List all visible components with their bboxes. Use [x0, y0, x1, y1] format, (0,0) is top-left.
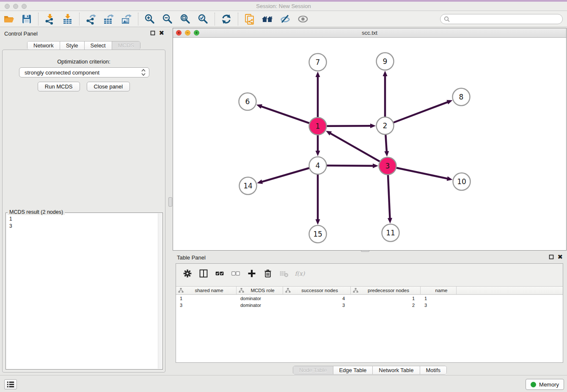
- edge-1-6[interactable]: [260, 106, 309, 124]
- zoom-out-icon[interactable]: [162, 13, 173, 25]
- vertical-splitter-handle[interactable]: [168, 197, 172, 207]
- optimization-criterion-label: Optimization criterion:: [3, 58, 165, 65]
- control-panel-header: Control Panel ✖: [0, 28, 168, 39]
- search-icon: [444, 16, 450, 22]
- float-panel-icon[interactable]: [150, 30, 155, 36]
- main-toolbar: [0, 11, 567, 27]
- network-from-file-icon[interactable]: [244, 13, 256, 25]
- mcds-result-box: MCDS result (2 nodes) 13: [6, 213, 163, 370]
- tab-mcds[interactable]: MCDS: [112, 41, 140, 50]
- attribute-tree-icon: [353, 288, 358, 293]
- toggle-columns-icon[interactable]: [198, 268, 209, 279]
- network-graph[interactable]: 1234678910111415: [173, 38, 566, 250]
- delete-table-icon: [278, 268, 289, 279]
- edge-arrowhead: [316, 151, 320, 156]
- memory-label: Memory: [539, 381, 559, 388]
- export-table-icon[interactable]: [103, 13, 115, 25]
- delete-rows-icon[interactable]: [262, 268, 273, 279]
- graph-node-label-6: 6: [245, 97, 250, 106]
- edge-4-3[interactable]: [326, 166, 374, 166]
- tab-network[interactable]: Network: [28, 41, 60, 50]
- table-tab-edge-table[interactable]: Edge Table: [333, 366, 373, 374]
- search-input[interactable]: [452, 15, 562, 23]
- network-window-titlebar: × − + scc.txt: [173, 28, 566, 38]
- memory-button[interactable]: Memory: [526, 379, 564, 390]
- toolbar-separator: [215, 13, 215, 25]
- titlebar-accent-strip: [0, 0, 567, 2]
- table-tab-motifs[interactable]: Motifs: [420, 366, 446, 374]
- edge-2-3[interactable]: [385, 134, 387, 152]
- add-row-icon[interactable]: [246, 268, 257, 279]
- column-header-successor-nodes[interactable]: successor nodes: [283, 287, 351, 294]
- cell-shared-name: 1: [176, 296, 237, 301]
- export-image-icon[interactable]: [121, 13, 132, 25]
- fit-content-icon[interactable]: [179, 13, 191, 25]
- import-network-icon[interactable]: [44, 13, 56, 25]
- export-network-icon[interactable]: [85, 13, 97, 25]
- criterion-select[interactable]: strongly connected component: [19, 67, 149, 77]
- list-icon: [6, 381, 15, 388]
- select-all-rows-icon[interactable]: [214, 268, 225, 279]
- home-view-icon[interactable]: [261, 13, 273, 25]
- table-settings-icon[interactable]: [182, 268, 193, 279]
- toolbar-separator: [238, 13, 238, 25]
- control-panel: Control Panel ✖ NetworkStyleSelectMCDS O…: [0, 28, 168, 374]
- edge-arrowhead: [256, 104, 262, 108]
- cell-shared-name: 3: [176, 303, 237, 308]
- cell-mcds-role: dominator: [237, 303, 283, 308]
- search-box[interactable]: [440, 14, 563, 24]
- edge-3-11[interactable]: [388, 174, 390, 219]
- column-header-shared-name[interactable]: shared name: [176, 287, 237, 294]
- column-header-name[interactable]: name: [421, 287, 457, 294]
- mcds-result-line: 1: [9, 215, 159, 223]
- table-panel: Table Panel ✖ f(x) shared nameMCDS roles…: [173, 252, 567, 375]
- application-window: Session: New Session Control Panel: [0, 0, 567, 392]
- close-panel-icon[interactable]: ✖: [159, 30, 164, 36]
- refresh-view-icon[interactable]: [220, 13, 232, 25]
- edge-arrowhead: [316, 72, 320, 77]
- column-header-mcds-role[interactable]: MCDS role: [237, 287, 283, 294]
- edge-3-10[interactable]: [396, 168, 449, 179]
- show-graphics-details-icon[interactable]: [297, 13, 309, 25]
- tab-select[interactable]: Select: [85, 41, 112, 50]
- hide-graphics-details-icon[interactable]: [279, 13, 291, 25]
- save-session-icon[interactable]: [21, 13, 33, 25]
- table-tab-node-table[interactable]: Node Table: [293, 366, 333, 374]
- edge-4-14[interactable]: [261, 168, 310, 182]
- control-panel-tabs: NetworkStyleSelectMCDS: [27, 41, 140, 50]
- zoom-in-icon[interactable]: [144, 13, 156, 25]
- edge-arrowhead: [446, 100, 452, 104]
- zoom-selected-icon[interactable]: [197, 13, 209, 25]
- edge-1-2[interactable]: [326, 126, 372, 126]
- toolbar-separator: [138, 13, 138, 25]
- network-canvas[interactable]: 1234678910111415: [173, 38, 566, 250]
- mcds-result-title: MCDS result (2 nodes): [8, 209, 65, 215]
- open-session-icon[interactable]: [3, 13, 15, 25]
- run-mcds-button[interactable]: Run MCDS: [38, 82, 80, 91]
- cell-name: 3: [421, 303, 457, 308]
- tab-style[interactable]: Style: [60, 41, 85, 50]
- float-table-panel-icon[interactable]: [549, 254, 554, 259]
- edge-2-8[interactable]: [393, 102, 449, 122]
- edge-arrowhead: [316, 219, 320, 225]
- edge-arrowhead: [257, 179, 263, 184]
- edge-arrowhead: [447, 176, 453, 181]
- status-bar: Memory: [0, 375, 567, 392]
- table-row[interactable]: 3dominator323: [176, 302, 563, 309]
- table-row[interactable]: 1dominator411: [176, 295, 563, 302]
- table-panel-header: Table Panel ✖: [173, 252, 567, 263]
- table-tab-network-table[interactable]: Network Table: [373, 366, 420, 374]
- edge-3-1[interactable]: [330, 133, 380, 162]
- close-table-panel-icon[interactable]: ✖: [557, 254, 563, 259]
- column-header-predecessor-nodes[interactable]: predecessor nodes: [351, 287, 421, 294]
- result-scrollbar[interactable]: [158, 213, 162, 369]
- import-table-icon[interactable]: [62, 13, 74, 25]
- close-panel-button[interactable]: Close panel: [87, 82, 130, 91]
- cell-predecessor-nodes: 1: [351, 296, 421, 301]
- task-history-button[interactable]: [4, 379, 17, 389]
- graph-node-label-4: 4: [316, 161, 320, 170]
- unselect-all-rows-icon[interactable]: [230, 268, 241, 279]
- graph-node-label-7: 7: [316, 58, 320, 66]
- node-table-container: f(x) shared nameMCDS rolesuccessor nodes…: [176, 263, 563, 363]
- attribute-tree-icon: [239, 288, 244, 293]
